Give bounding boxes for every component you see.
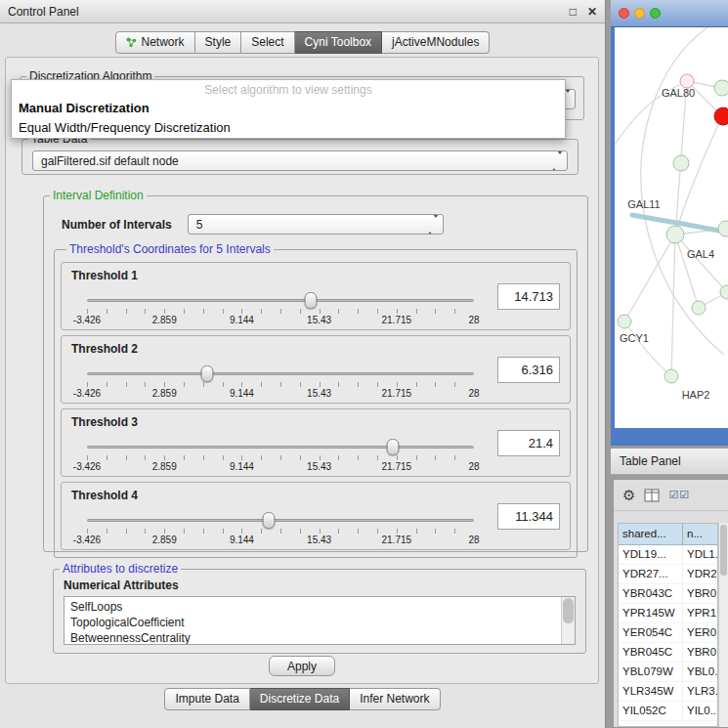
scale-label: 9.144 (230, 461, 254, 472)
gear-icon[interactable]: ⚙ (622, 488, 635, 502)
cell-shared-name[interactable]: YPR145W (619, 604, 683, 622)
network-node[interactable] (720, 285, 728, 299)
minimize-button[interactable] (634, 8, 645, 19)
close-icon[interactable]: ✕ (587, 5, 597, 19)
slider-thumb[interactable] (263, 512, 276, 529)
network-edge[interactable] (624, 321, 671, 376)
apply-button[interactable]: Apply (269, 656, 335, 676)
cell-name[interactable]: YER0... (683, 623, 717, 642)
attribute-item[interactable]: BetweennessCentrality (70, 630, 569, 645)
network-node[interactable] (673, 155, 689, 171)
tab-cyni-toolbox[interactable]: Cyni Toolbox (295, 31, 382, 54)
tab-style[interactable]: Style (195, 31, 242, 54)
network-node[interactable] (680, 74, 694, 88)
select-columns-icon[interactable]: ☑☑ (668, 490, 690, 500)
table-row[interactable]: YDR27...YDR2... (619, 565, 717, 584)
slider-track[interactable] (87, 372, 474, 375)
attribute-item[interactable]: TopologicalCoefficient (70, 615, 569, 630)
cell-name[interactable]: YBR0... (683, 643, 717, 662)
table-row[interactable]: YBR045CYBR0... (619, 643, 717, 663)
attribute-item[interactable]: SelfLoops (70, 599, 569, 615)
cell-name[interactable]: YIL0... (683, 702, 717, 720)
cell-shared-name[interactable]: YBL079W (619, 663, 683, 681)
table-row[interactable]: YDL19...YDL1... (619, 545, 717, 565)
table-row[interactable]: YPR145WYPR1... (619, 604, 717, 623)
tab-infer-network[interactable]: Infer Network (350, 688, 440, 710)
column-header-shared-name[interactable]: shared... (619, 524, 683, 544)
table-row[interactable]: YLR345WYLR3... (619, 682, 717, 702)
column-header-name[interactable]: n... (683, 524, 717, 544)
threshold-panel: Threshold 3-3.4262.8599.14415.4321.71528… (61, 408, 571, 477)
tab-network[interactable]: Network (115, 31, 195, 54)
table-row[interactable]: YBL079WYBL0... (619, 663, 717, 682)
network-node[interactable] (714, 80, 728, 96)
network-node[interactable] (718, 221, 728, 236)
scale-label: 21.715 (382, 461, 412, 472)
network-node[interactable] (666, 226, 684, 243)
scale-label: 2.859 (152, 535, 177, 545)
network-edge[interactable] (671, 235, 675, 376)
scale-label: 2.859 (152, 315, 177, 325)
threshold-slider[interactable] (87, 292, 474, 308)
slider-thumb[interactable] (304, 292, 317, 309)
tab-discretize-data[interactable]: Discretize Data (250, 688, 350, 710)
algorithm-option[interactable]: Equal Width/Frequency Discretization (12, 118, 565, 138)
threshold-value-field[interactable]: 11.344 (497, 503, 560, 530)
threshold-value-field[interactable]: 21.4 (497, 430, 560, 456)
slider-ticks (87, 309, 474, 314)
threshold-value-field[interactable]: 6.316 (497, 357, 560, 383)
tab-label: Impute Data (175, 692, 238, 706)
threshold-slider[interactable] (87, 365, 474, 381)
float-window-icon[interactable]: □ (570, 5, 577, 19)
scrollbar-thumb[interactable] (720, 525, 727, 576)
cell-name[interactable]: YDR2... (683, 565, 717, 583)
cell-shared-name[interactable]: YBR045C (619, 643, 683, 662)
table-row[interactable]: YIL052CYIL0... (619, 702, 717, 721)
network-node[interactable] (618, 315, 631, 328)
threshold-value-field[interactable]: 14.713 (497, 283, 560, 310)
network-node[interactable] (692, 301, 706, 315)
table-row[interactable]: YER054CYER0... (619, 623, 717, 643)
combo-stepper-icon (551, 154, 563, 168)
close-button[interactable] (619, 8, 629, 19)
cell-shared-name[interactable]: YBR043C (619, 584, 683, 603)
tab-impute-data[interactable]: Impute Data (164, 688, 249, 710)
cell-shared-name[interactable]: YIL052C (619, 702, 683, 720)
cell-shared-name[interactable]: YDL19... (619, 545, 683, 564)
cell-name[interactable]: YBR0... (683, 584, 717, 603)
threshold-slider[interactable] (87, 439, 474, 454)
slider-track[interactable] (87, 519, 474, 522)
attributes-listbox[interactable]: SelfLoopsTopologicalCoefficientBetweenne… (64, 596, 576, 645)
scale-label: -3.426 (73, 388, 101, 399)
slider-thumb[interactable] (386, 439, 399, 455)
cell-shared-name[interactable]: YLR345W (619, 682, 683, 701)
slider-track[interactable] (87, 446, 474, 449)
cell-name[interactable]: YBL0... (683, 663, 717, 681)
network-canvas[interactable]: GAL80GAL11GAL4GCY1HAP2 (615, 27, 728, 428)
table-scrollbar[interactable] (718, 523, 728, 727)
table-data-combo[interactable]: galFiltered.sif default node (32, 150, 568, 171)
cell-shared-name[interactable]: YDR27... (619, 565, 683, 583)
slider-thumb[interactable] (200, 365, 213, 382)
network-edge[interactable] (624, 235, 675, 321)
algorithm-option[interactable]: Manual Discretization (12, 99, 565, 118)
columns-icon[interactable] (644, 489, 660, 502)
cell-name[interactable]: YDL1... (683, 545, 717, 564)
cell-shared-name[interactable]: YER054C (619, 623, 683, 642)
network-node[interactable] (714, 107, 728, 125)
slider-track[interactable] (87, 299, 474, 302)
scale-label: -3.426 (73, 535, 101, 545)
cell-name[interactable]: YLR3... (683, 682, 717, 701)
scrollbar-thumb[interactable] (563, 598, 574, 623)
attributes-scrollbar[interactable] (561, 597, 575, 644)
number-of-intervals-combo[interactable]: 5 (188, 214, 444, 235)
zoom-button[interactable] (650, 8, 661, 19)
network-edge[interactable] (675, 235, 699, 308)
tab-select[interactable]: Select (241, 31, 294, 54)
network-edge[interactable] (675, 235, 727, 292)
network-node[interactable] (664, 369, 678, 383)
table-row[interactable]: YBR043CYBR0... (619, 584, 717, 604)
cell-name[interactable]: YPR1... (683, 604, 717, 622)
tab-jactivemnodules[interactable]: jActiveMNodules (382, 31, 490, 54)
threshold-slider[interactable] (87, 512, 474, 528)
